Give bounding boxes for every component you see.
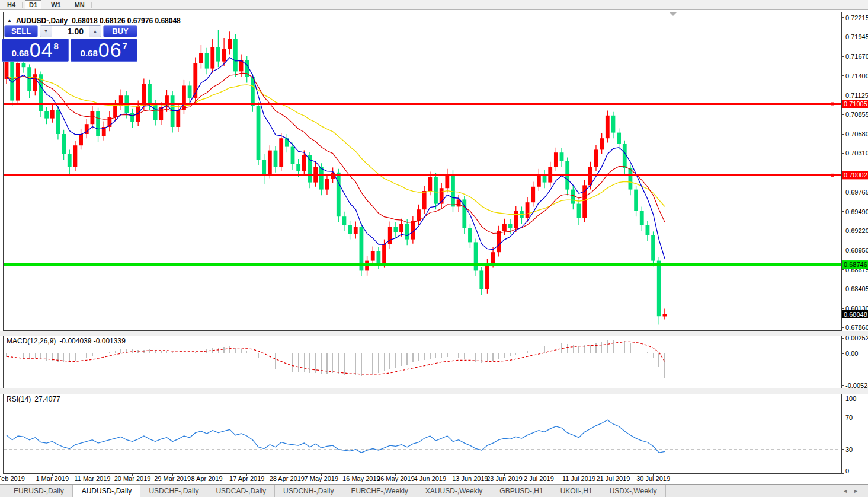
svg-text:30 Jul 2019: 30 Jul 2019 bbox=[636, 475, 670, 482]
svg-text:0: 0 bbox=[845, 467, 849, 474]
volume-input[interactable]: 1.00 bbox=[52, 26, 89, 37]
svg-text:0.70580: 0.70580 bbox=[845, 130, 868, 138]
sell-price-display[interactable]: 0.68 04 8 bbox=[2, 39, 69, 62]
rsi-indicator-label: RSI(14)27.4077 bbox=[7, 395, 60, 403]
svg-text:26 May 2019: 26 May 2019 bbox=[377, 475, 415, 482]
timeframe-button-d1[interactable]: D1 bbox=[25, 0, 41, 9]
macd-values: -0.004039 -0.001339 bbox=[59, 337, 125, 345]
tab-scroll-right-icon[interactable]: ► bbox=[853, 488, 859, 494]
symbol-tab-usdcnh-daily[interactable]: USDCNH-,Daily bbox=[275, 485, 342, 497]
price-axis[interactable]: 0.722150.719450.716700.714000.711250.708… bbox=[841, 14, 868, 332]
sell-button[interactable]: SELL bbox=[4, 25, 38, 37]
toolbar-separator bbox=[22, 2, 23, 8]
timeframe-button-w1[interactable]: W1 bbox=[47, 0, 65, 9]
svg-text:20 Feb 2019: 20 Feb 2019 bbox=[0, 475, 25, 482]
buy-price-display[interactable]: 0.68 06 7 bbox=[71, 39, 138, 62]
svg-text:0.71400: 0.71400 bbox=[845, 72, 868, 79]
svg-text:0.69220: 0.69220 bbox=[845, 227, 868, 234]
symbol-tab-eurchf-weekly[interactable]: EURCHF-,Weekly bbox=[342, 485, 417, 497]
symbol-tab-usdcad-daily[interactable]: USDCAD-,Daily bbox=[207, 485, 275, 497]
svg-text:0.00: 0.00 bbox=[845, 350, 858, 357]
svg-text:17 Apr 2019: 17 Apr 2019 bbox=[229, 475, 264, 482]
symbol-tabbar: EURUSD-,DailyAUDUSD-,DailyUSDCHF-,DailyU… bbox=[0, 484, 868, 497]
hline-handle[interactable] bbox=[831, 263, 834, 266]
svg-text:11 Jul 2019: 11 Jul 2019 bbox=[562, 475, 595, 482]
buy-button[interactable]: BUY bbox=[103, 25, 137, 37]
svg-text:0.68405: 0.68405 bbox=[845, 285, 868, 292]
symbol-tab-xauusd-weekly[interactable]: XAUUSD-,Weekly bbox=[417, 485, 491, 497]
date-axis[interactable]: 20 Feb 20191 Mar 201911 Mar 201920 Mar 2… bbox=[0, 474, 670, 483]
svg-text:8 Apr 2019: 8 Apr 2019 bbox=[191, 475, 222, 482]
timeframe-button-mn[interactable]: MN bbox=[71, 0, 89, 9]
svg-text:7 May 2019: 7 May 2019 bbox=[305, 475, 338, 482]
horizontal-line-objects[interactable] bbox=[4, 103, 841, 266]
svg-text:0.67860: 0.67860 bbox=[845, 324, 868, 331]
chart-canvas[interactable]: 0.722150.719450.716700.714000.711250.708… bbox=[0, 0, 868, 497]
rsi-axis[interactable]: 10070300 bbox=[841, 394, 856, 474]
buy-price-base: 0.68 bbox=[81, 48, 98, 58]
toolbar-separator bbox=[44, 2, 44, 8]
rsi-panel[interactable] bbox=[4, 418, 841, 453]
terminal-window: 0.722150.719450.716700.714000.711250.708… bbox=[0, 0, 868, 497]
symbol-tab-usdx-weekly[interactable]: USDX-,Weekly bbox=[601, 485, 666, 497]
tab-scroll-left-icon[interactable]: ◄ bbox=[843, 488, 848, 494]
sell-price-pip: 8 bbox=[54, 41, 59, 51]
svg-text:100: 100 bbox=[845, 395, 856, 402]
svg-text:1 Mar 2019: 1 Mar 2019 bbox=[36, 475, 69, 482]
symbol-tab-audusd-daily[interactable]: AUDUSD-,Daily bbox=[73, 485, 141, 497]
svg-text:-0.005234: -0.005234 bbox=[845, 382, 868, 389]
svg-text:0.68950: 0.68950 bbox=[845, 247, 868, 254]
svg-text:0.68746: 0.68746 bbox=[844, 261, 867, 268]
panel-frames bbox=[4, 12, 842, 474]
svg-text:20 Mar 2019: 20 Mar 2019 bbox=[114, 475, 151, 482]
svg-text:4 Jun 2019: 4 Jun 2019 bbox=[414, 475, 446, 482]
tab-scroll-arrows: ◄► bbox=[843, 485, 868, 497]
svg-text:28 Apr 2019: 28 Apr 2019 bbox=[270, 475, 305, 482]
symbol-tab-eurusd-daily[interactable]: EURUSD-,Daily bbox=[5, 485, 73, 497]
svg-text:21 Jul 2019: 21 Jul 2019 bbox=[597, 475, 630, 482]
svg-text:30: 30 bbox=[845, 446, 853, 453]
one-click-trade-panel: SELL ▼ 1.00 ▲ BUY 0.68 04 8 0.68 06 7 bbox=[2, 25, 137, 62]
ohlc-values: 0.68018 0.68126 0.67976 0.68048 bbox=[72, 17, 181, 25]
toolbar-group-separator bbox=[98, 1, 98, 9]
toolbar-separator bbox=[91, 2, 92, 8]
macd-panel[interactable] bbox=[7, 340, 665, 378]
svg-text:70: 70 bbox=[845, 414, 853, 421]
macd-indicator-label: MACD(12,26,9)-0.004039 -0.001339 bbox=[7, 337, 126, 345]
symbol-tab-usdchf-daily[interactable]: USDCHF-,Daily bbox=[140, 485, 207, 497]
symbol-tab-gbpusd-h1[interactable]: GBPUSD-,H1 bbox=[491, 485, 552, 497]
svg-text:29 Mar 2019: 29 Mar 2019 bbox=[154, 475, 191, 482]
timeframe-toolbar: H4D1W1MN bbox=[0, 0, 868, 10]
svg-text:0.71005: 0.71005 bbox=[844, 100, 867, 107]
moving-average-lines bbox=[7, 58, 665, 259]
svg-text:23 Jun 2019: 23 Jun 2019 bbox=[486, 475, 523, 482]
svg-text:0.71670: 0.71670 bbox=[845, 53, 868, 60]
svg-text:0.72215: 0.72215 bbox=[845, 14, 868, 21]
toolbar-separator bbox=[68, 2, 68, 8]
macd-name: MACD(12,26,9) bbox=[7, 337, 56, 345]
svg-text:0.70855: 0.70855 bbox=[845, 111, 868, 118]
svg-text:0.69765: 0.69765 bbox=[845, 189, 868, 196]
svg-text:11 Mar 2019: 11 Mar 2019 bbox=[74, 475, 110, 482]
chart-ohlc-title: ▲AUDUSD-,Daily0.68018 0.68126 0.67976 0.… bbox=[7, 17, 181, 25]
hline-handle[interactable] bbox=[831, 174, 834, 177]
macd-axis[interactable]: 0.0025220.00-0.005234 bbox=[841, 334, 868, 389]
autoscroll-marker-icon[interactable] bbox=[670, 12, 677, 16]
hline-handle[interactable] bbox=[831, 103, 834, 106]
symbol-period-label: AUDUSD-,Daily bbox=[16, 17, 68, 25]
volume-increase-button[interactable]: ▲ bbox=[89, 26, 101, 37]
timeframe-button-h4[interactable]: H4 bbox=[3, 0, 20, 9]
svg-text:16 May 2019: 16 May 2019 bbox=[342, 475, 380, 482]
volume-decrease-button[interactable]: ▼ bbox=[40, 26, 52, 37]
symbol-tab-ukoil-h1[interactable]: UKOil-,H1 bbox=[552, 485, 601, 497]
panel-splitters[interactable] bbox=[0, 331, 868, 394]
sell-price-base: 0.68 bbox=[12, 48, 29, 58]
volume-stepper: ▼ 1.00 ▲ bbox=[40, 25, 101, 37]
svg-text:0.71945: 0.71945 bbox=[845, 33, 868, 40]
buy-price-big: 06 bbox=[98, 40, 122, 60]
rsi-name: RSI(14) bbox=[7, 395, 31, 403]
svg-text:0.68048: 0.68048 bbox=[844, 311, 867, 318]
collapse-panel-icon[interactable]: ▲ bbox=[7, 18, 12, 23]
sell-price-big: 04 bbox=[30, 40, 53, 60]
svg-text:0.70310: 0.70310 bbox=[845, 149, 868, 157]
